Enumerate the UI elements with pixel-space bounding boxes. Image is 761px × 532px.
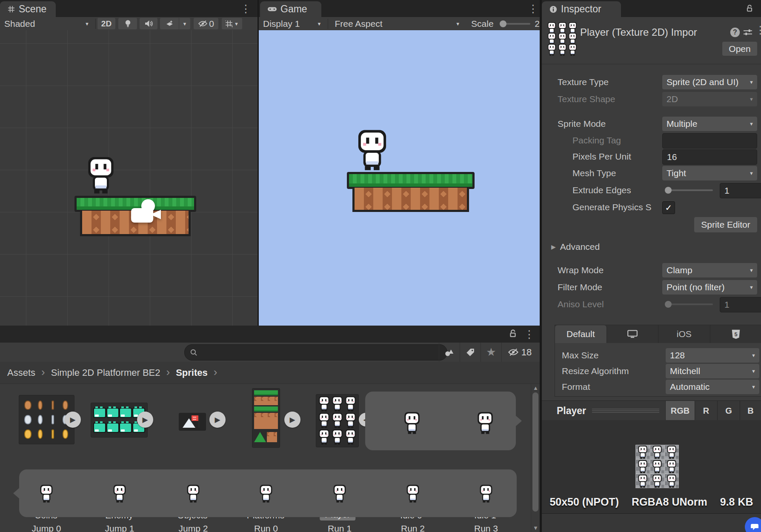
jump-0-sprite[interactable] [39,485,54,503]
texture-shape-dropdown[interactable]: 2D ▼ [662,92,757,106]
project-scrollbar[interactable]: ▲ ▼ [531,384,540,532]
resize-algorithm-dropdown[interactable]: Mitchell ▼ [666,364,759,378]
platforms-play-button[interactable]: ▶ [284,412,300,428]
search-input[interactable] [201,347,442,358]
inspector-kebab-icon[interactable]: ⋮ [755,23,761,37]
run-3-sprite[interactable] [479,485,493,503]
jump-2-sprite[interactable] [186,485,200,503]
breadcrumb-current[interactable]: Sprites [176,367,208,378]
asset-label-jump2[interactable]: Jump 2 [179,523,208,532]
scale-slider-knob[interactable] [500,20,506,27]
breadcrumb-folder[interactable]: Simple 2D Platformer BE2 [51,367,160,378]
asset-platforms-thumbnail[interactable] [252,388,280,448]
aniso-level-slider[interactable] [665,303,713,305]
filter-mode-dropdown[interactable]: Point (no filter) ▼ [662,280,757,295]
extrude-edges-knob[interactable] [665,187,672,194]
platform-tab-standalone[interactable] [607,325,659,343]
extrude-edges-slider[interactable] [665,189,713,191]
scene-lighting-toggle[interactable] [118,18,137,29]
scale-slider[interactable] [500,23,531,25]
asset-label-jump1[interactable]: Jump 1 [105,523,134,532]
display-dropdown[interactable]: Display 1 ▼ [259,17,326,30]
search-by-type-button[interactable] [439,343,460,362]
scene-menu-kebab-icon[interactable]: ⋮ [240,2,251,15]
generate-physics-checkbox[interactable]: ✓ [662,201,675,214]
collab-badge-icon[interactable] [745,517,761,532]
platform-tab-webgl[interactable]: 5 [710,325,761,343]
wrap-mode-dropdown[interactable]: Clamp ▼ [662,263,757,277]
tab-scene[interactable]: Scene [0,1,56,17]
scene-effects-dropdown[interactable]: ▼ [179,18,190,29]
2d-mode-toggle[interactable]: 2D [97,18,115,29]
channel-b-button[interactable]: B [740,401,761,420]
platform-tab-default[interactable]: Default [555,325,607,343]
scene-effects-toggle[interactable] [160,18,179,29]
enemy-play-button[interactable]: ▶ [137,412,153,428]
player-sprite-game [356,128,389,172]
max-size-value: 128 [670,350,685,360]
extrude-edges-label: Extrude Edges [572,185,631,195]
coins-play-button[interactable]: ▶ [65,412,81,428]
game-menu-kebab-icon[interactable]: ⋮ [528,2,538,15]
run-0-sprite[interactable] [259,485,273,503]
project-lock-icon[interactable] [508,329,518,338]
packing-tag-input[interactable] [662,133,757,149]
favorites-star-icon[interactable]: ★ [481,343,501,362]
jump-1-sprite[interactable] [112,485,127,503]
texture-type-dropdown[interactable]: Sprite (2D and UI) ▼ [662,75,757,89]
panel-divider[interactable] [257,0,259,326]
asset-label-run0[interactable]: Run 0 [254,523,278,532]
sprite-editor-button[interactable]: Sprite Editor [694,217,757,232]
aniso-level-input[interactable]: 1 [720,297,761,312]
asset-label-run1[interactable]: Run 1 [328,523,352,532]
game-viewport[interactable] [259,30,540,326]
hidden-count-button[interactable]: 18 [501,343,538,362]
breadcrumb-assets[interactable]: Assets [7,367,35,378]
format-dropdown[interactable]: Automatic ▼ [666,380,759,394]
idle-0-sprite[interactable] [403,412,421,434]
scene-audio-toggle[interactable] [140,18,157,29]
asset-player-thumbnail[interactable] [316,394,359,447]
tab-game[interactable]: Game [260,1,321,17]
open-button[interactable]: Open [722,42,757,56]
mesh-type-dropdown[interactable]: Tight ▼ [662,166,757,180]
scroll-down-icon[interactable]: ▼ [531,525,540,531]
objects-play-button[interactable]: ▶ [209,412,226,428]
channel-g-button[interactable]: G [717,401,740,420]
scrollbar-thumb[interactable] [532,392,538,512]
preview-header[interactable]: Player RGB R G B [542,400,761,421]
extrude-edges-input[interactable]: 1 [720,183,761,198]
search-by-label-button[interactable] [460,343,481,362]
scroll-up-icon[interactable]: ▲ [531,385,540,391]
tab-inspector[interactable]: Inspector [542,1,621,17]
sprite-mode-dropdown[interactable]: Multiple ▼ [662,117,757,131]
advanced-foldout[interactable]: ▶ Advanced [551,242,600,252]
player-sprite-scene[interactable] [86,154,116,196]
max-size-dropdown[interactable]: 128 ▼ [666,348,759,363]
asset-label-run3[interactable]: Run 3 [474,523,498,532]
presets-icon[interactable] [744,29,752,36]
shading-mode-dropdown[interactable]: Shaded ▼ [0,17,94,30]
scene-viewport[interactable] [0,30,257,326]
search-box[interactable] [184,344,447,360]
asset-label-jump0[interactable]: Jump 0 [32,523,61,532]
preview-drag-handle[interactable] [592,409,659,413]
pixels-per-unit-input[interactable]: 16 [662,149,757,165]
asset-objects-thumbnail[interactable] [179,413,206,431]
camera-gizmo-icon[interactable] [127,199,162,225]
panel-divider[interactable] [540,0,542,532]
scene-hidden-objects-button[interactable]: 0 [194,18,218,29]
channel-r-button[interactable]: R [695,401,717,420]
help-icon[interactable]: ? [730,27,740,37]
aniso-level-knob[interactable] [665,301,672,308]
project-kebab-icon[interactable]: ⋮ [524,327,535,341]
inspector-lock-icon[interactable] [745,4,754,13]
idle-1-sprite[interactable] [476,412,494,434]
grid-visibility-button[interactable]: ▼ [222,18,242,29]
run-1-sprite[interactable] [332,485,347,503]
run-2-sprite[interactable] [406,485,420,503]
channel-rgb-button[interactable]: RGB [665,401,695,420]
aspect-ratio-dropdown[interactable]: Free Aspect ▼ [329,17,465,30]
platform-tab-ios[interactable]: iOS [658,325,710,343]
asset-label-run2[interactable]: Run 2 [401,523,425,532]
